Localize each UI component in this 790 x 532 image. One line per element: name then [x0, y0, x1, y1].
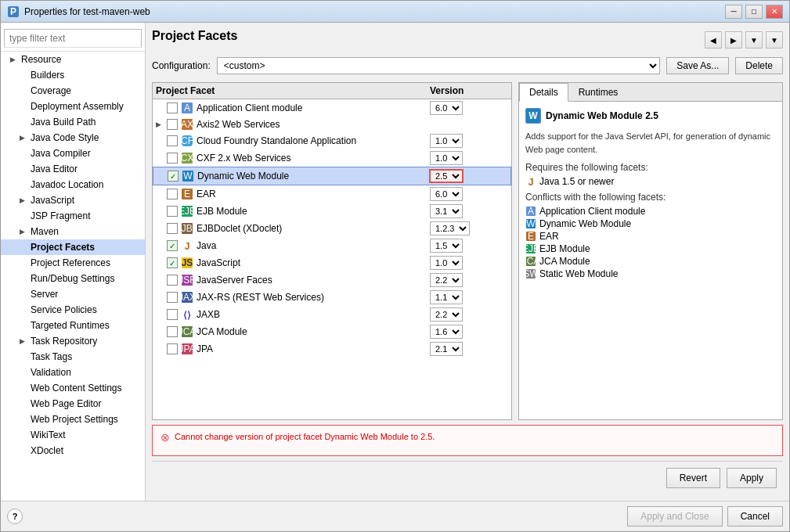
version-select[interactable]: 1.0	[430, 256, 463, 270]
sidebar-item-run-debug[interactable]: Run/Debug Settings	[1, 271, 145, 286]
sidebar-item-maven[interactable]: ▶ Maven	[1, 224, 145, 239]
facet-checkbox[interactable]	[167, 275, 178, 286]
maximize-button[interactable]: □	[745, 5, 763, 19]
facet-checkbox[interactable]	[167, 189, 178, 200]
sidebar-item-web-content[interactable]: Web Content Settings	[1, 380, 145, 396]
table-row[interactable]: JCA JCA Module 1.6	[153, 323, 511, 340]
table-row-dynamic-web[interactable]: W Dynamic Web Module 2.5	[153, 167, 511, 185]
table-row[interactable]: CX CXF 2.x Web Services 1.0	[153, 149, 511, 167]
facet-checkbox[interactable]	[167, 257, 178, 268]
forward-button[interactable]: ▶	[725, 31, 742, 49]
version-select[interactable]: 1.6	[430, 325, 463, 339]
sidebar-item-project-references[interactable]: Project References	[1, 255, 145, 271]
sidebar-item-builders[interactable]: Builders	[1, 67, 145, 83]
save-as-button[interactable]: Save As...	[666, 57, 729, 74]
sidebar-item-java-code-style[interactable]: ▶ Java Code Style	[1, 130, 145, 146]
search-input[interactable]	[4, 29, 142, 48]
sidebar-item-wikitext[interactable]: WikiText	[1, 427, 145, 443]
axis-icon: AX	[181, 118, 193, 131]
table-row[interactable]: ⟨⟩ JAXB 2.2	[153, 306, 511, 323]
facet-checkbox[interactable]	[167, 240, 178, 251]
sidebar-item-task-tags[interactable]: Task Tags	[1, 349, 145, 365]
version-select[interactable]: 1.0	[430, 134, 463, 148]
minimize-button[interactable]: ─	[725, 5, 742, 19]
table-row[interactable]: CF Cloud Foundry Standalone Application …	[153, 132, 511, 149]
help-button[interactable]: ?	[7, 509, 23, 524]
table-row[interactable]: EJBD EJBDoclet (XDoclet) 1.2.3	[153, 220, 511, 237]
sidebar-item-javascript[interactable]: ▶ JavaScript	[1, 192, 145, 208]
sidebar-item-java-editor[interactable]: Java Editor	[1, 161, 145, 177]
sidebar-item-task-repository[interactable]: ▶ Task Repository	[1, 333, 145, 349]
version-select-dynamic-web[interactable]: 2.5	[429, 169, 464, 183]
sidebar-item-xdoclet[interactable]: XDoclet	[1, 443, 145, 458]
cancel-button[interactable]: Cancel	[727, 506, 783, 527]
version-select[interactable]: 1.2.3	[430, 221, 470, 235]
facet-checkbox[interactable]	[167, 292, 178, 303]
sidebar-item-resource[interactable]: ▶ Resource	[1, 52, 145, 67]
apply-button[interactable]: Apply	[727, 468, 777, 488]
version-select[interactable]: 1.0	[430, 151, 463, 165]
conflict-static-icon: SW	[525, 268, 536, 279]
menu-button[interactable]: ▼	[766, 31, 783, 49]
sidebar-item-coverage[interactable]: Coverage	[1, 83, 145, 99]
main-window: P Properties for test-maven-web ─ □ ✕ ▶ …	[0, 0, 790, 532]
version-select[interactable]: 2.2	[430, 273, 463, 287]
apply-close-button[interactable]: Apply and Close	[627, 506, 722, 527]
table-row[interactable]: JS JavaScript 1.0	[153, 254, 511, 271]
facet-checkbox[interactable]	[168, 171, 179, 182]
facet-name: JAX-RS (REST Web Services)	[197, 292, 430, 303]
tab-runtimes[interactable]: Runtimes	[568, 83, 629, 101]
sidebar-item-java-build-path[interactable]: Java Build Path	[1, 114, 145, 130]
facet-checkbox[interactable]	[167, 119, 178, 130]
table-row[interactable]: JAX JAX-RS (REST Web Services) 1.1	[153, 289, 511, 306]
facet-checkbox[interactable]	[167, 326, 178, 337]
config-label: Configuration:	[152, 60, 211, 71]
table-row[interactable]: JSF JavaServer Faces 2.2	[153, 271, 511, 289]
facet-checkbox[interactable]	[167, 223, 178, 234]
version-select[interactable]: 6.0	[430, 187, 463, 201]
version-select[interactable]: 6.0	[430, 101, 463, 115]
delete-button[interactable]: Delete	[735, 57, 783, 74]
version-wrap: 2.1	[430, 342, 508, 356]
table-row[interactable]: EJB EJB Module 3.1	[153, 203, 511, 220]
sidebar-item-validation[interactable]: Validation	[1, 365, 145, 380]
table-row[interactable]: E EAR 6.0	[153, 185, 511, 203]
revert-button[interactable]: Revert	[666, 468, 720, 488]
version-select[interactable]: 1.5	[430, 239, 463, 253]
version-select[interactable]: 2.1	[430, 342, 463, 356]
app-client-icon: A	[181, 102, 193, 114]
config-select[interactable]: <custom>	[217, 57, 661, 74]
facet-checkbox[interactable]	[167, 135, 178, 146]
sidebar-item-server[interactable]: Server	[1, 286, 145, 302]
sidebar-item-service-policies[interactable]: Service Policies	[1, 302, 145, 318]
window-title: Properties for test-maven-web	[24, 6, 725, 17]
table-row[interactable]: ▶ AX Axis2 Web Services	[153, 117, 511, 132]
sidebar-item-javadoc[interactable]: Javadoc Location	[1, 177, 145, 192]
facet-checkbox[interactable]	[167, 309, 178, 320]
facet-checkbox[interactable]	[167, 343, 178, 354]
facet-checkbox[interactable]	[167, 102, 178, 113]
back-button[interactable]: ◀	[705, 31, 722, 49]
down-button[interactable]: ▼	[745, 31, 763, 49]
close-button[interactable]: ✕	[766, 5, 783, 19]
sidebar-item-project-facets[interactable]: Project Facets	[1, 239, 145, 255]
sidebar-item-java-compiler[interactable]: Java Compiler	[1, 146, 145, 161]
table-row[interactable]: A Application Client module 6.0	[153, 99, 511, 117]
sidebar-item-targeted-runtimes[interactable]: Targeted Runtimes	[1, 318, 145, 333]
facet-name: EAR	[197, 189, 430, 200]
table-row[interactable]: JPA JPA 2.1	[153, 340, 511, 358]
sidebar-item-web-page-editor[interactable]: Web Page Editor	[1, 396, 145, 412]
version-select[interactable]: 1.1	[430, 290, 463, 304]
tab-details[interactable]: Details	[519, 83, 568, 102]
sidebar-item-label: Java Code Style	[31, 132, 99, 143]
sidebar-item-deployment-assembly[interactable]: Deployment Assembly	[1, 99, 145, 114]
version-select[interactable]: 3.1	[430, 204, 463, 218]
version-wrap: 1.0	[430, 256, 508, 270]
facet-checkbox[interactable]	[167, 206, 178, 217]
version-select[interactable]: 2.2	[430, 307, 463, 322]
table-row[interactable]: J Java 1.5	[153, 237, 511, 254]
sidebar-item-label: Resource	[21, 54, 61, 65]
sidebar-item-web-project-settings[interactable]: Web Project Settings	[1, 412, 145, 427]
facet-checkbox[interactable]	[167, 153, 178, 164]
sidebar-item-jsp-fragment[interactable]: JSP Fragment	[1, 208, 145, 224]
